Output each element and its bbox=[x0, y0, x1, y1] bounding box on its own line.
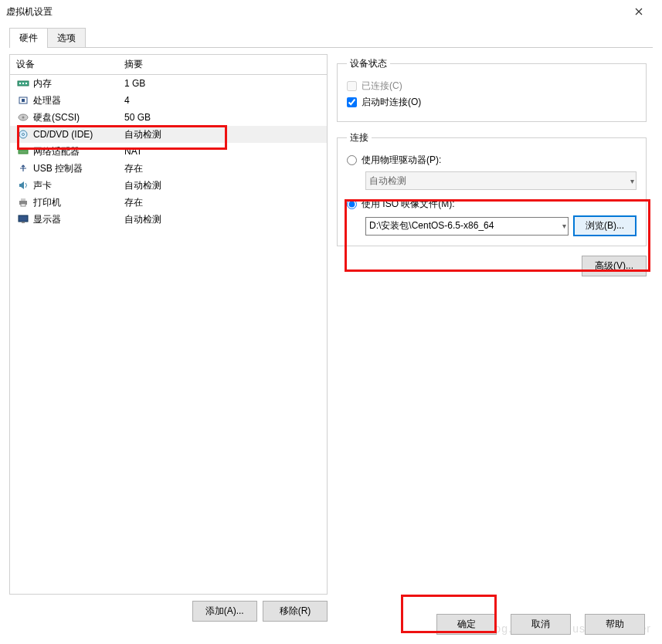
device-row-processor[interactable]: 处理器 4 bbox=[10, 92, 327, 109]
device-summary: 自动检测 bbox=[124, 213, 321, 226]
iso-label: 使用 ISO 映像文件(M): bbox=[362, 198, 455, 211]
connect-on-checkbox[interactable] bbox=[347, 97, 357, 107]
network-icon bbox=[16, 145, 30, 158]
printer-icon bbox=[16, 196, 30, 208]
advanced-row: 高级(V)... bbox=[337, 256, 647, 276]
remove-button[interactable]: 移除(R) bbox=[263, 601, 328, 622]
device-name: 打印机 bbox=[33, 196, 124, 209]
connected-checkbox bbox=[347, 81, 357, 91]
device-list-header: 设备 摘要 bbox=[10, 55, 327, 75]
connection-group: 连接 使用物理驱动器(P): 自动检测 ▾ 使用 ISO 映像文件(M): D:… bbox=[337, 131, 647, 246]
tab-underline bbox=[9, 47, 653, 48]
device-summary: 4 bbox=[124, 95, 321, 106]
device-name: 网络适配器 bbox=[33, 145, 124, 158]
svg-rect-2 bbox=[22, 83, 24, 84]
header-device: 设备 bbox=[16, 58, 124, 71]
add-button[interactable]: 添加(A)... bbox=[192, 601, 257, 622]
device-name: CD/DVD (IDE) bbox=[33, 129, 124, 140]
left-panel: 设备 摘要 内存 1 GB 处理器 4 硬盘(SCSI) 50 GB bbox=[9, 54, 328, 622]
physical-drive-row[interactable]: 使用物理驱动器(P): bbox=[347, 154, 637, 167]
svg-rect-13 bbox=[21, 198, 25, 201]
physical-combo-value: 自动检测 bbox=[369, 175, 406, 188]
svg-point-9 bbox=[22, 134, 25, 136]
right-panel: 设备状态 已连接(C) 启动时连接(O) 连接 使用物理驱动器(P): 自动检测… bbox=[337, 54, 653, 622]
footer-buttons: 确定 取消 帮助 bbox=[433, 614, 645, 635]
cancel-button[interactable]: 取消 bbox=[511, 614, 571, 635]
browse-button[interactable]: 浏览(B)... bbox=[573, 215, 637, 236]
title-bar: 虚拟机设置 bbox=[0, 0, 662, 23]
device-status-legend: 设备状态 bbox=[347, 57, 390, 70]
device-name: 内存 bbox=[33, 77, 124, 90]
device-status-group: 设备状态 已连接(C) 启动时连接(O) bbox=[337, 57, 647, 122]
close-button[interactable] bbox=[622, 0, 656, 23]
device-name: 声卡 bbox=[33, 179, 124, 192]
disk-icon bbox=[16, 111, 30, 124]
device-summary: 存在 bbox=[124, 162, 321, 175]
physical-label: 使用物理驱动器(P): bbox=[362, 154, 441, 167]
device-row-usb[interactable]: USB 控制器 存在 bbox=[10, 160, 327, 177]
device-name: 显示器 bbox=[33, 213, 124, 226]
physical-radio[interactable] bbox=[347, 155, 357, 165]
device-row-memory[interactable]: 内存 1 GB bbox=[10, 75, 327, 92]
svg-rect-5 bbox=[22, 99, 25, 102]
physical-combo: 自动检测 ▾ bbox=[365, 171, 637, 190]
device-row-sound[interactable]: 声卡 自动检测 bbox=[10, 177, 327, 194]
device-summary: 1 GB bbox=[124, 78, 321, 89]
device-name: USB 控制器 bbox=[33, 162, 124, 175]
iso-row[interactable]: 使用 ISO 映像文件(M): bbox=[347, 198, 637, 211]
iso-path-value: D:\安装包\CentOS-6.5-x86_64 bbox=[369, 219, 494, 232]
content: 设备 摘要 内存 1 GB 处理器 4 硬盘(SCSI) 50 GB bbox=[0, 48, 662, 628]
device-list[interactable]: 内存 1 GB 处理器 4 硬盘(SCSI) 50 GB CD/DVD (IDE… bbox=[10, 75, 327, 594]
svg-rect-10 bbox=[19, 150, 28, 154]
tabs: 硬件 选项 bbox=[0, 23, 662, 48]
svg-point-7 bbox=[22, 117, 25, 119]
display-icon bbox=[16, 213, 30, 225]
sound-icon bbox=[16, 179, 30, 192]
iso-input-row: D:\安装包\CentOS-6.5-x86_64 ▾ 浏览(B)... bbox=[365, 215, 637, 236]
device-row-harddisk[interactable]: 硬盘(SCSI) 50 GB bbox=[10, 109, 327, 126]
iso-path-combo[interactable]: D:\安装包\CentOS-6.5-x86_64 ▾ bbox=[365, 217, 569, 236]
connection-legend: 连接 bbox=[347, 131, 372, 144]
close-icon bbox=[635, 8, 643, 15]
device-name: 处理器 bbox=[33, 94, 124, 107]
device-summary: 自动检测 bbox=[124, 179, 321, 192]
device-summary: 自动检测 bbox=[124, 128, 321, 141]
header-summary: 摘要 bbox=[124, 58, 321, 71]
svg-rect-15 bbox=[19, 215, 28, 222]
svg-rect-14 bbox=[21, 204, 25, 206]
connect-on-row[interactable]: 启动时连接(O) bbox=[347, 96, 637, 109]
device-row-cddvd[interactable]: CD/DVD (IDE) 自动检测 bbox=[10, 126, 327, 143]
device-summary: NAT bbox=[124, 146, 321, 157]
device-row-display[interactable]: 显示器 自动检测 bbox=[10, 211, 327, 228]
cpu-icon bbox=[16, 94, 30, 107]
device-name: 硬盘(SCSI) bbox=[33, 111, 124, 124]
left-buttons: 添加(A)... 移除(R) bbox=[9, 595, 328, 622]
connect-on-label: 启动时连接(O) bbox=[362, 96, 421, 109]
usb-icon bbox=[16, 162, 30, 175]
device-row-network[interactable]: 网络适配器 NAT bbox=[10, 143, 327, 160]
svg-rect-1 bbox=[19, 83, 21, 84]
svg-rect-3 bbox=[25, 83, 27, 84]
device-summary: 50 GB bbox=[124, 112, 321, 123]
device-summary: 存在 bbox=[124, 196, 321, 209]
svg-rect-11 bbox=[21, 147, 25, 150]
tab-options[interactable]: 选项 bbox=[47, 28, 86, 48]
advanced-button[interactable]: 高级(V)... bbox=[582, 256, 647, 276]
help-button[interactable]: 帮助 bbox=[585, 614, 645, 635]
iso-radio[interactable] bbox=[347, 199, 357, 209]
tab-hardware[interactable]: 硬件 bbox=[9, 28, 48, 48]
cd-icon bbox=[16, 128, 30, 141]
chevron-down-icon: ▾ bbox=[630, 177, 634, 185]
window-title: 虚拟机设置 bbox=[6, 5, 622, 19]
memory-icon bbox=[16, 77, 30, 90]
chevron-down-icon[interactable]: ▾ bbox=[562, 222, 566, 230]
device-row-printer[interactable]: 打印机 存在 bbox=[10, 194, 327, 211]
connected-row: 已连接(C) bbox=[347, 80, 637, 93]
device-panel: 设备 摘要 内存 1 GB 处理器 4 硬盘(SCSI) 50 GB bbox=[9, 54, 328, 595]
physical-combo-row: 自动检测 ▾ bbox=[365, 171, 637, 190]
connected-label: 已连接(C) bbox=[362, 80, 402, 93]
svg-rect-16 bbox=[22, 222, 25, 223]
ok-button[interactable]: 确定 bbox=[436, 614, 497, 635]
